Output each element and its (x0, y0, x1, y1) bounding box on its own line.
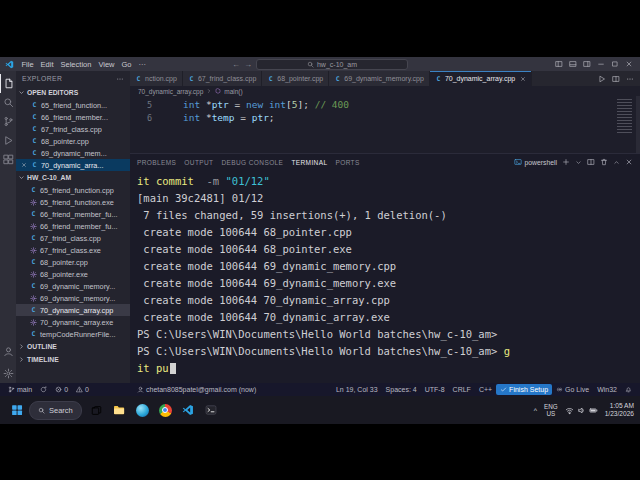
open-editor-item[interactable]: C70_dynamic_arra... (16, 159, 130, 171)
account-sync[interactable]: chetan8085patel@gmail.com (now) (133, 386, 260, 393)
start-button[interactable] (6, 400, 27, 421)
close-editor-icon[interactable] (20, 162, 28, 168)
more-editor-actions-icon[interactable] (626, 75, 634, 83)
open-editor-item[interactable]: C69_dynamic_mem... (16, 147, 130, 159)
breadcrumb-file[interactable]: 70_dynamic_array.cpp (138, 88, 203, 95)
open-editor-item[interactable]: C68_pointer.cpp (16, 135, 130, 147)
tree-item[interactable]: 65_friend_function.exe (16, 196, 130, 208)
tree-item[interactable]: 67_frind_class.exe (16, 244, 130, 256)
tab-69-dynamic-memory-cpp[interactable]: C69_dynamic_memory.cpp (329, 71, 430, 86)
taskbar-search[interactable]: Search (29, 401, 82, 420)
tree-item[interactable]: 66_friend_member_fu... (16, 220, 130, 232)
eol[interactable]: CRLF (449, 386, 475, 393)
tab-70-dynamic-array-cpp[interactable]: C70_dynamic_array.cpp (430, 71, 532, 86)
tree-item[interactable]: C67_frind_class.cpp (16, 232, 130, 244)
minimap[interactable] (617, 99, 632, 133)
kill-terminal-icon[interactable] (600, 158, 608, 166)
menu-file[interactable]: File (18, 60, 37, 69)
run-code-icon[interactable] (598, 75, 606, 83)
taskbar-file-explorer[interactable] (109, 400, 130, 421)
tree-item[interactable]: C70_dynamic_array.cpp (16, 304, 130, 316)
activitybar-search[interactable] (0, 93, 16, 112)
sync-status[interactable] (36, 386, 51, 393)
menu-go[interactable]: Go (118, 60, 135, 69)
sidebar-more-actions-icon[interactable] (116, 75, 124, 83)
terminal-dropdown-icon[interactable] (575, 159, 582, 166)
menu-edit[interactable]: Edit (37, 60, 57, 69)
terminal-shell-label[interactable]: powershell (514, 158, 558, 166)
tree-item[interactable]: CtempCodeRunnerFile... (16, 328, 130, 340)
panel-tab-debug-console[interactable]: DEBUG CONSOLE (221, 154, 283, 171)
toggle-sidebar-icon[interactable] (555, 60, 563, 68)
tree-item[interactable]: C68_pointer.cpp (16, 256, 130, 268)
section-outline[interactable]: OUTLINE (16, 340, 130, 353)
terminal-output[interactable]: it commit -m "01/12"[main 39c2481] 01/12… (130, 170, 640, 383)
open-editors-header[interactable]: OPEN EDITORS (16, 86, 130, 99)
activitybar-explorer[interactable] (0, 74, 16, 93)
activitybar-settings[interactable] (0, 364, 16, 383)
close-panel-icon[interactable] (625, 158, 633, 166)
panel-tab-terminal[interactable]: TERMINAL (291, 154, 327, 171)
branch-status[interactable]: main (4, 386, 36, 393)
menu-view[interactable]: View (95, 60, 118, 69)
quick-settings[interactable] (565, 406, 598, 415)
code-editor[interactable]: 5int *ptr = new int[5]; // 4006int *temp… (130, 96, 640, 153)
language-mode[interactable]: C++ (475, 386, 496, 393)
close-icon[interactable] (21, 162, 27, 168)
language-indicator[interactable]: ENG US (544, 403, 558, 417)
toggle-panel-icon[interactable] (569, 60, 577, 68)
nav-forward-icon[interactable]: → (244, 60, 252, 69)
taskbar-edge[interactable] (132, 400, 153, 421)
taskbar-task-view[interactable] (86, 400, 107, 421)
search-box[interactable]: hw_c-10_am (256, 59, 408, 70)
activitybar-source-control[interactable] (0, 112, 16, 131)
open-editor-item[interactable]: C65_friend_function... (16, 99, 130, 111)
taskbar-chrome[interactable] (155, 400, 176, 421)
editor-scrollbar[interactable] (636, 96, 640, 153)
open-editor-item[interactable]: C66_friend_member... (16, 111, 130, 123)
folder-header[interactable]: HW_C-10_AM (16, 171, 130, 184)
taskbar-vscode[interactable] (178, 400, 199, 421)
warnings[interactable]: 0 (72, 386, 93, 393)
panel-tab-problems[interactable]: PROBLEMS (137, 154, 176, 171)
tab-67-frind-class-cpp[interactable]: C67_frind_class.cpp (183, 71, 262, 86)
tab-close-icon[interactable] (520, 76, 526, 82)
toggle-secondary-sidebar-icon[interactable] (583, 60, 591, 68)
indentation[interactable]: Spaces: 4 (382, 386, 421, 393)
finish-setup[interactable]: Finish Setup (496, 384, 552, 395)
tree-item[interactable]: 68_pointer.exe (16, 268, 130, 280)
encoding[interactable]: UTF-8 (421, 386, 449, 393)
go-live[interactable]: Go Live (552, 386, 593, 393)
new-terminal-icon[interactable] (562, 158, 570, 166)
tab-68-pointer-cpp[interactable]: C68_pointer.cpp (262, 71, 329, 86)
panel-tab-ports[interactable]: PORTS (335, 154, 359, 171)
section-timeline[interactable]: TIMELINE (16, 353, 130, 366)
panel-tab-output[interactable]: OUTPUT (184, 154, 213, 171)
activitybar-extensions[interactable] (0, 150, 16, 169)
tree-item[interactable]: 70_dynamic_array.exe (16, 316, 130, 328)
notifications[interactable] (621, 386, 636, 393)
maximize-button[interactable] (611, 60, 619, 68)
platform[interactable]: Win32 (593, 386, 621, 393)
activitybar-account[interactable] (0, 342, 16, 361)
tree-item[interactable]: C66_friend_member_fu... (16, 208, 130, 220)
close-window-button[interactable] (625, 60, 633, 68)
minimize-button[interactable] (597, 60, 605, 68)
cursor-position[interactable]: Ln 19, Col 33 (332, 386, 382, 393)
split-editor-icon[interactable] (612, 75, 620, 83)
tab-nction-cpp[interactable]: Cnction.cpp (130, 71, 183, 86)
activitybar-run-debug[interactable] (0, 131, 16, 150)
maximize-panel-icon[interactable] (613, 159, 620, 166)
tree-item[interactable]: 69_dynamic_memory... (16, 292, 130, 304)
errors[interactable]: 0 (51, 386, 72, 393)
menu-more[interactable]: ··· (135, 60, 150, 69)
breadcrumb-symbol[interactable]: main() (224, 88, 242, 95)
menu-selection[interactable]: Selection (57, 60, 95, 69)
taskbar-terminal[interactable] (201, 400, 222, 421)
breadcrumb[interactable]: 70_dynamic_array.cpp main() (130, 86, 640, 96)
taskbar-clock[interactable]: 1:05 AM 1/23/2026 (605, 402, 634, 418)
tree-item[interactable]: C65_friend_function.cpp (16, 184, 130, 196)
split-terminal-icon[interactable] (587, 158, 595, 166)
nav-back-icon[interactable]: ← (232, 60, 240, 69)
open-editor-item[interactable]: C67_frind_class.cpp (16, 123, 130, 135)
